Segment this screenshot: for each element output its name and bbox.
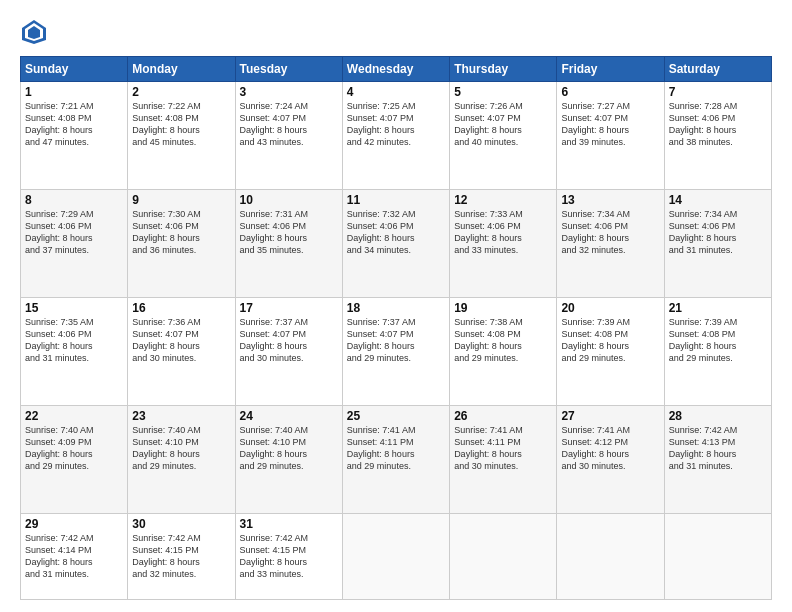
logo xyxy=(20,18,52,46)
day-number: 23 xyxy=(132,409,230,423)
cal-cell: 31Sunrise: 7:42 AMSunset: 4:15 PMDayligh… xyxy=(235,513,342,600)
cal-cell: 12Sunrise: 7:33 AMSunset: 4:06 PMDayligh… xyxy=(450,189,557,297)
calendar: SundayMondayTuesdayWednesdayThursdayFrid… xyxy=(20,56,772,600)
cell-content: Sunrise: 7:32 AMSunset: 4:06 PMDaylight:… xyxy=(347,208,445,257)
header xyxy=(20,18,772,46)
day-number: 4 xyxy=(347,85,445,99)
cell-content: Sunrise: 7:30 AMSunset: 4:06 PMDaylight:… xyxy=(132,208,230,257)
cell-content: Sunrise: 7:40 AMSunset: 4:10 PMDaylight:… xyxy=(132,424,230,473)
day-number: 25 xyxy=(347,409,445,423)
week-row-1: 1Sunrise: 7:21 AMSunset: 4:08 PMDaylight… xyxy=(21,82,772,190)
cell-content: Sunrise: 7:29 AMSunset: 4:06 PMDaylight:… xyxy=(25,208,123,257)
cal-cell: 19Sunrise: 7:38 AMSunset: 4:08 PMDayligh… xyxy=(450,297,557,405)
calendar-table: SundayMondayTuesdayWednesdayThursdayFrid… xyxy=(20,56,772,600)
day-number: 10 xyxy=(240,193,338,207)
cell-content: Sunrise: 7:34 AMSunset: 4:06 PMDaylight:… xyxy=(669,208,767,257)
cell-content: Sunrise: 7:36 AMSunset: 4:07 PMDaylight:… xyxy=(132,316,230,365)
day-number: 5 xyxy=(454,85,552,99)
cal-cell: 20Sunrise: 7:39 AMSunset: 4:08 PMDayligh… xyxy=(557,297,664,405)
cal-cell: 18Sunrise: 7:37 AMSunset: 4:07 PMDayligh… xyxy=(342,297,449,405)
day-number: 22 xyxy=(25,409,123,423)
cal-cell: 10Sunrise: 7:31 AMSunset: 4:06 PMDayligh… xyxy=(235,189,342,297)
cal-cell: 3Sunrise: 7:24 AMSunset: 4:07 PMDaylight… xyxy=(235,82,342,190)
cell-content: Sunrise: 7:22 AMSunset: 4:08 PMDaylight:… xyxy=(132,100,230,149)
col-header-sunday: Sunday xyxy=(21,57,128,82)
day-number: 13 xyxy=(561,193,659,207)
day-number: 7 xyxy=(669,85,767,99)
cell-content: Sunrise: 7:24 AMSunset: 4:07 PMDaylight:… xyxy=(240,100,338,149)
cal-cell: 26Sunrise: 7:41 AMSunset: 4:11 PMDayligh… xyxy=(450,405,557,513)
cell-content: Sunrise: 7:25 AMSunset: 4:07 PMDaylight:… xyxy=(347,100,445,149)
day-number: 18 xyxy=(347,301,445,315)
day-number: 8 xyxy=(25,193,123,207)
col-header-thursday: Thursday xyxy=(450,57,557,82)
cell-content: Sunrise: 7:26 AMSunset: 4:07 PMDaylight:… xyxy=(454,100,552,149)
week-row-4: 22Sunrise: 7:40 AMSunset: 4:09 PMDayligh… xyxy=(21,405,772,513)
day-number: 31 xyxy=(240,517,338,531)
cal-cell: 29Sunrise: 7:42 AMSunset: 4:14 PMDayligh… xyxy=(21,513,128,600)
cell-content: Sunrise: 7:34 AMSunset: 4:06 PMDaylight:… xyxy=(561,208,659,257)
cell-content: Sunrise: 7:27 AMSunset: 4:07 PMDaylight:… xyxy=(561,100,659,149)
day-number: 3 xyxy=(240,85,338,99)
day-number: 29 xyxy=(25,517,123,531)
day-number: 6 xyxy=(561,85,659,99)
col-header-wednesday: Wednesday xyxy=(342,57,449,82)
col-header-tuesday: Tuesday xyxy=(235,57,342,82)
cal-cell: 14Sunrise: 7:34 AMSunset: 4:06 PMDayligh… xyxy=(664,189,771,297)
col-header-saturday: Saturday xyxy=(664,57,771,82)
cell-content: Sunrise: 7:37 AMSunset: 4:07 PMDaylight:… xyxy=(347,316,445,365)
day-number: 9 xyxy=(132,193,230,207)
col-header-monday: Monday xyxy=(128,57,235,82)
cell-content: Sunrise: 7:41 AMSunset: 4:11 PMDaylight:… xyxy=(347,424,445,473)
cal-cell xyxy=(664,513,771,600)
cell-content: Sunrise: 7:21 AMSunset: 4:08 PMDaylight:… xyxy=(25,100,123,149)
day-number: 1 xyxy=(25,85,123,99)
day-number: 27 xyxy=(561,409,659,423)
cell-content: Sunrise: 7:39 AMSunset: 4:08 PMDaylight:… xyxy=(669,316,767,365)
cal-cell: 9Sunrise: 7:30 AMSunset: 4:06 PMDaylight… xyxy=(128,189,235,297)
cal-cell: 8Sunrise: 7:29 AMSunset: 4:06 PMDaylight… xyxy=(21,189,128,297)
day-number: 16 xyxy=(132,301,230,315)
cal-cell: 13Sunrise: 7:34 AMSunset: 4:06 PMDayligh… xyxy=(557,189,664,297)
cell-content: Sunrise: 7:42 AMSunset: 4:15 PMDaylight:… xyxy=(240,532,338,581)
cal-cell xyxy=(342,513,449,600)
cal-cell: 22Sunrise: 7:40 AMSunset: 4:09 PMDayligh… xyxy=(21,405,128,513)
cal-cell: 27Sunrise: 7:41 AMSunset: 4:12 PMDayligh… xyxy=(557,405,664,513)
day-number: 2 xyxy=(132,85,230,99)
cal-cell xyxy=(450,513,557,600)
day-number: 15 xyxy=(25,301,123,315)
cell-content: Sunrise: 7:41 AMSunset: 4:11 PMDaylight:… xyxy=(454,424,552,473)
logo-icon xyxy=(20,18,48,46)
week-row-2: 8Sunrise: 7:29 AMSunset: 4:06 PMDaylight… xyxy=(21,189,772,297)
page: SundayMondayTuesdayWednesdayThursdayFrid… xyxy=(0,0,792,612)
week-row-5: 29Sunrise: 7:42 AMSunset: 4:14 PMDayligh… xyxy=(21,513,772,600)
cell-content: Sunrise: 7:35 AMSunset: 4:06 PMDaylight:… xyxy=(25,316,123,365)
cell-content: Sunrise: 7:31 AMSunset: 4:06 PMDaylight:… xyxy=(240,208,338,257)
cell-content: Sunrise: 7:42 AMSunset: 4:14 PMDaylight:… xyxy=(25,532,123,581)
cal-cell: 7Sunrise: 7:28 AMSunset: 4:06 PMDaylight… xyxy=(664,82,771,190)
cal-cell: 21Sunrise: 7:39 AMSunset: 4:08 PMDayligh… xyxy=(664,297,771,405)
cell-content: Sunrise: 7:33 AMSunset: 4:06 PMDaylight:… xyxy=(454,208,552,257)
cal-cell: 16Sunrise: 7:36 AMSunset: 4:07 PMDayligh… xyxy=(128,297,235,405)
day-number: 12 xyxy=(454,193,552,207)
day-number: 17 xyxy=(240,301,338,315)
cal-cell: 1Sunrise: 7:21 AMSunset: 4:08 PMDaylight… xyxy=(21,82,128,190)
day-number: 14 xyxy=(669,193,767,207)
day-number: 28 xyxy=(669,409,767,423)
cell-content: Sunrise: 7:28 AMSunset: 4:06 PMDaylight:… xyxy=(669,100,767,149)
cal-cell xyxy=(557,513,664,600)
cell-content: Sunrise: 7:40 AMSunset: 4:09 PMDaylight:… xyxy=(25,424,123,473)
cal-cell: 30Sunrise: 7:42 AMSunset: 4:15 PMDayligh… xyxy=(128,513,235,600)
day-number: 21 xyxy=(669,301,767,315)
cal-cell: 25Sunrise: 7:41 AMSunset: 4:11 PMDayligh… xyxy=(342,405,449,513)
cal-cell: 11Sunrise: 7:32 AMSunset: 4:06 PMDayligh… xyxy=(342,189,449,297)
cell-content: Sunrise: 7:42 AMSunset: 4:13 PMDaylight:… xyxy=(669,424,767,473)
cal-cell: 23Sunrise: 7:40 AMSunset: 4:10 PMDayligh… xyxy=(128,405,235,513)
cell-content: Sunrise: 7:42 AMSunset: 4:15 PMDaylight:… xyxy=(132,532,230,581)
cal-cell: 15Sunrise: 7:35 AMSunset: 4:06 PMDayligh… xyxy=(21,297,128,405)
cell-content: Sunrise: 7:40 AMSunset: 4:10 PMDaylight:… xyxy=(240,424,338,473)
cell-content: Sunrise: 7:37 AMSunset: 4:07 PMDaylight:… xyxy=(240,316,338,365)
day-number: 26 xyxy=(454,409,552,423)
day-number: 11 xyxy=(347,193,445,207)
day-number: 19 xyxy=(454,301,552,315)
